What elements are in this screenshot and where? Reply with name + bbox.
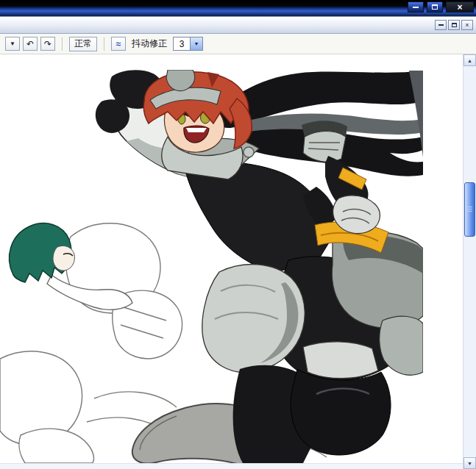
sketch-curve (94, 392, 177, 407)
undo-button[interactable]: ↶ (23, 37, 38, 51)
boot-cuff (303, 342, 378, 379)
stabilizer-combo-arrow-button[interactable]: ▼ (190, 37, 202, 50)
child-close-icon: × (465, 21, 469, 29)
blend-mode-button[interactable]: 正常 (69, 37, 97, 51)
drawing-canvas[interactable] (0, 54, 463, 463)
stabilizer-label: 抖动修正 (132, 37, 167, 50)
layer-menu-dropdown-button[interactable]: ▼ (5, 37, 20, 51)
child-minimize-button[interactable] (435, 20, 447, 30)
combo-arrow-icon: ▼ (194, 41, 199, 46)
minimize-icon (413, 7, 419, 8)
child-window-controls: × (435, 20, 473, 30)
child-restore-button[interactable] (448, 20, 460, 30)
vertical-scrollbar-thumb[interactable] (464, 182, 475, 237)
toolbar-separator (62, 37, 63, 51)
chest-emblem (244, 147, 254, 157)
sketch-foot (19, 429, 94, 463)
scroll-up-button[interactable]: ▲ (463, 54, 476, 66)
scroll-down-button[interactable]: ▼ (463, 457, 476, 469)
armband-gray (303, 132, 346, 162)
stabilizer-icon: ≈ (116, 39, 121, 49)
teeth (186, 128, 207, 132)
restore-button[interactable] (427, 1, 443, 12)
scroll-up-icon: ▲ (467, 58, 472, 63)
child-restore-icon (452, 23, 457, 27)
undo-icon: ↶ (26, 39, 34, 49)
close-icon: × (457, 2, 462, 12)
canvas-artwork (0, 54, 463, 463)
vertical-scrollbar[interactable]: ▲ ▼ (463, 54, 476, 469)
redo-icon: ↷ (44, 39, 51, 49)
stabilizer-value: 3 (174, 37, 190, 50)
restore-icon (432, 4, 438, 10)
teal-face (53, 246, 74, 271)
main-titlebar: × (0, 0, 476, 16)
scroll-down-icon: ▼ (467, 461, 472, 466)
stabilizer-combo[interactable]: 3 ▼ (173, 37, 203, 51)
paint-app-window: × × ▼ ↶ ↷ 正常 (0, 0, 476, 469)
torso-suit (184, 162, 333, 272)
child-close-button[interactable]: × (461, 20, 473, 30)
horizontal-scrollbar[interactable] (0, 463, 463, 469)
boot-foot (291, 369, 391, 455)
redo-button[interactable]: ↷ (40, 37, 55, 51)
minimize-button[interactable] (408, 1, 424, 12)
dropdown-arrow-icon: ▼ (10, 40, 15, 47)
close-button[interactable]: × (446, 1, 474, 12)
window-controls: × (408, 1, 474, 12)
child-titlebar: × (0, 16, 476, 34)
toolbar-separator (104, 37, 104, 51)
child-minimize-icon (438, 24, 444, 26)
toolbar: ▼ ↶ ↷ 正常 ≈ 抖动修正 3 ▼ (0, 34, 476, 54)
blend-mode-label: 正常 (74, 37, 92, 50)
stabilizer-toggle-button[interactable]: ≈ (111, 37, 126, 51)
